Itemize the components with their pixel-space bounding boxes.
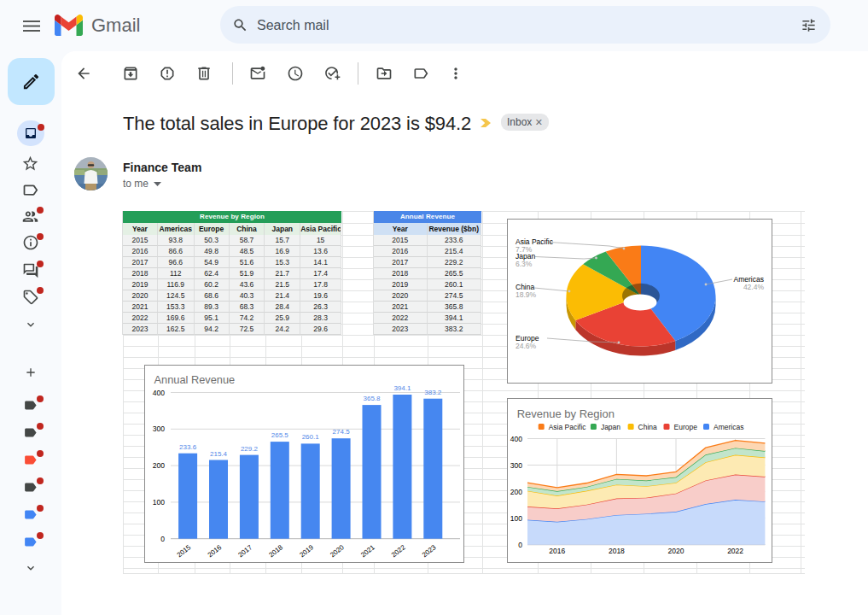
svg-text:0: 0 bbox=[518, 541, 522, 549]
svg-text:Americas: Americas bbox=[714, 423, 743, 431]
svg-text:Japan: Japan bbox=[601, 423, 620, 431]
svg-text:265.5: 265.5 bbox=[271, 431, 289, 439]
svg-text:100: 100 bbox=[153, 498, 165, 507]
svg-text:300: 300 bbox=[510, 461, 522, 470]
svg-text:Revenue by Region: Revenue by Region bbox=[517, 407, 615, 420]
svg-text:Asia Pacific: Asia Pacific bbox=[549, 423, 587, 431]
svg-text:260.1: 260.1 bbox=[302, 433, 320, 441]
svg-text:233.6: 233.6 bbox=[179, 443, 197, 451]
svg-text:2022: 2022 bbox=[727, 547, 743, 555]
svg-text:Europe: Europe bbox=[674, 423, 698, 431]
svg-text:42.4%: 42.4% bbox=[743, 283, 765, 291]
svg-text:229.2: 229.2 bbox=[241, 445, 259, 453]
svg-text:2020: 2020 bbox=[668, 547, 684, 555]
svg-text:0: 0 bbox=[160, 535, 165, 543]
svg-text:383.2: 383.2 bbox=[424, 389, 442, 396]
svg-text:Annual Revenue: Annual Revenue bbox=[154, 373, 236, 386]
svg-text:6.3%: 6.3% bbox=[516, 260, 533, 268]
svg-text:100: 100 bbox=[510, 514, 522, 523]
svg-text:China: China bbox=[638, 423, 657, 431]
svg-text:300: 300 bbox=[153, 425, 165, 433]
svg-text:365.8: 365.8 bbox=[363, 395, 381, 402]
svg-text:400: 400 bbox=[510, 435, 522, 443]
svg-text:394.1: 394.1 bbox=[393, 384, 411, 392]
svg-text:2016: 2016 bbox=[549, 547, 565, 555]
svg-text:24.6%: 24.6% bbox=[516, 342, 537, 350]
svg-text:18.9%: 18.9% bbox=[516, 290, 537, 299]
svg-text:400: 400 bbox=[153, 389, 165, 397]
svg-text:2018: 2018 bbox=[609, 547, 625, 555]
svg-text:274.5: 274.5 bbox=[333, 428, 351, 436]
svg-text:215.4: 215.4 bbox=[210, 450, 228, 458]
svg-text:200: 200 bbox=[153, 461, 165, 470]
svg-text:200: 200 bbox=[510, 488, 522, 496]
